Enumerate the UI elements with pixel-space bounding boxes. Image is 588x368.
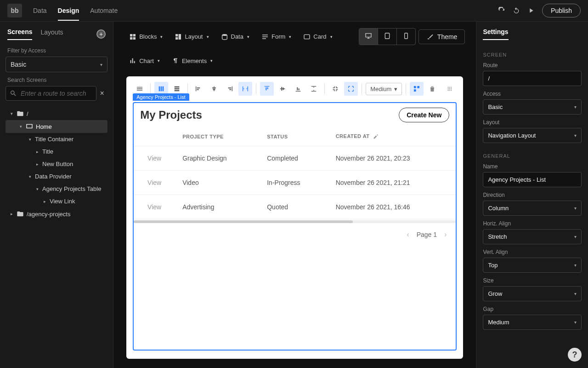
route-input[interactable] <box>483 71 582 86</box>
shrink-icon[interactable] <box>328 82 342 96</box>
cell-type: Video <box>175 171 260 195</box>
gap-select[interactable]: Medium▾ <box>483 315 582 330</box>
card-button[interactable]: Card▾ <box>299 30 337 43</box>
tree-title[interactable]: ▸ Title <box>6 145 107 158</box>
tab-screens[interactable]: Screens <box>7 28 32 40</box>
layout-select[interactable]: Navigation Layout▾ <box>483 128 582 143</box>
tree-root[interactable]: ▾ / <box>6 107 107 120</box>
valign-middle-icon[interactable] <box>276 82 289 96</box>
mobile-button[interactable] <box>397 29 415 45</box>
view-link[interactable]: View <box>134 146 175 171</box>
chevron-down-icon: ▾ <box>574 263 577 268</box>
view-link[interactable]: View <box>134 195 175 219</box>
align-left-icon[interactable] <box>192 82 205 96</box>
delete-button[interactable] <box>425 82 439 96</box>
blocks-button[interactable]: Blocks▾ <box>124 30 167 43</box>
name-input[interactable] <box>483 172 582 187</box>
form-button[interactable]: Form▾ <box>257 30 296 43</box>
add-screen-button[interactable]: + <box>96 29 106 39</box>
elements-button[interactable]: Elements▾ <box>167 54 217 67</box>
help-button[interactable]: ? <box>568 348 582 362</box>
svg-point-12 <box>451 90 452 91</box>
halign-select[interactable]: Stretch▾ <box>483 229 582 244</box>
valign-bottom-icon[interactable] <box>291 82 305 96</box>
refresh-icon[interactable] <box>498 7 505 14</box>
chevron-down-icon: ▾ <box>100 62 102 67</box>
access-select[interactable]: Basic▾ <box>483 99 582 115</box>
tree-agency-table[interactable]: ▾ Agency Projects Table <box>6 183 107 195</box>
clear-search-icon[interactable]: × <box>96 89 107 98</box>
prev-page-icon[interactable]: ‹ <box>407 230 409 239</box>
projects-table: PROJECT TYPE STATUS CREATED AT <box>134 127 456 219</box>
svg-point-0 <box>222 34 227 36</box>
drag-handle-icon[interactable] <box>443 82 457 96</box>
horizontal-scrollbar[interactable] <box>134 220 456 223</box>
size-select[interactable]: Grow▾ <box>483 286 582 301</box>
tree-view-link[interactable]: ▸ View Link <box>6 195 107 207</box>
svg-point-6 <box>451 87 452 88</box>
table-row[interactable]: View Graphic Design Completed November 2… <box>134 146 456 171</box>
grid-icon[interactable] <box>410 82 424 96</box>
tab-layouts[interactable]: Layouts <box>40 29 63 40</box>
undo-icon[interactable] <box>513 7 520 14</box>
chevron-down-icon: ▾ <box>574 104 577 109</box>
screen-tree: ▾ / ▾ Home ▾ Title Container ▸ Title ▸ N… <box>6 107 107 220</box>
gap-select[interactable]: Medium ▾ <box>366 83 402 95</box>
col-created-at[interactable]: CREATED AT <box>328 127 456 146</box>
align-center-icon[interactable] <box>207 82 221 96</box>
direction-select[interactable]: Column▾ <box>483 201 582 216</box>
next-page-icon[interactable]: › <box>444 230 447 239</box>
tree-home[interactable]: ▾ Home <box>6 120 107 133</box>
nav-data[interactable]: Data <box>33 0 47 21</box>
data-button[interactable]: Data▾ <box>216 30 254 43</box>
layout-label: Layout <box>483 119 582 126</box>
cell-type: Graphic Design <box>175 146 260 171</box>
cell-status: Completed <box>260 146 328 171</box>
cell-status: Quoted <box>260 195 328 219</box>
theme-button[interactable]: Theme <box>418 29 465 44</box>
table-row[interactable]: View Advertising Quoted November 26 2021… <box>134 195 456 219</box>
valign-top-icon[interactable] <box>260 82 274 96</box>
tree-data-provider[interactable]: ▾ Data Provider <box>6 170 107 183</box>
logo[interactable]: bb <box>7 4 22 17</box>
top-nav: Data Design Automate <box>33 0 118 21</box>
page-title: My Projects <box>140 109 202 121</box>
cell-created: November 26 2021, 20:23 <box>328 146 456 171</box>
nav-design[interactable]: Design <box>58 0 79 21</box>
tree-new-button[interactable]: ▸ New Button <box>6 158 107 170</box>
svg-point-11 <box>449 90 450 91</box>
valign-select[interactable]: Top▾ <box>483 258 582 273</box>
tree-title-container[interactable]: ▾ Title Container <box>6 133 107 145</box>
desktop-button[interactable] <box>359 29 378 45</box>
align-stretch-icon[interactable] <box>238 82 252 96</box>
play-icon[interactable] <box>527 7 535 14</box>
svg-rect-1 <box>304 34 310 39</box>
filter-access-value: Basic <box>11 61 26 68</box>
form-icon <box>261 33 269 40</box>
layout-button[interactable]: Layout▾ <box>170 30 213 43</box>
align-right-icon[interactable] <box>223 82 237 96</box>
cell-type: Advertising <box>175 195 260 219</box>
grow-icon[interactable] <box>344 82 358 96</box>
card-icon <box>303 33 311 40</box>
tree-agency-route[interactable]: ▸ /agency-projects <box>6 207 107 220</box>
tablet-button[interactable] <box>378 29 397 45</box>
view-link[interactable]: View <box>134 171 175 195</box>
chart-button[interactable]: Chart▾ <box>124 54 164 67</box>
filter-access-select[interactable]: Basic ▾ <box>6 57 107 72</box>
valign-stretch-icon[interactable] <box>307 82 321 96</box>
tab-settings[interactable]: Settings <box>483 28 508 40</box>
col-status: STATUS <box>260 127 328 146</box>
cell-status: In-Progress <box>260 171 328 195</box>
search-input[interactable]: Enter a route to search <box>6 86 96 101</box>
halign-label: Horiz. Align <box>483 220 582 227</box>
col-project-type: PROJECT TYPE <box>175 127 260 146</box>
create-new-button[interactable]: Create New <box>399 108 449 122</box>
edit-icon <box>373 134 379 139</box>
selected-component[interactable]: My Projects Create New PROJECT TYPE STAT… <box>133 102 457 351</box>
table-row[interactable]: View Video In-Progress November 26 2021,… <box>134 171 456 195</box>
publish-button[interactable]: Publish <box>542 4 581 17</box>
tablet-icon <box>384 32 391 40</box>
tree-agency-table-label: Agency Projects Table <box>42 185 101 192</box>
nav-automate[interactable]: Automate <box>90 0 118 21</box>
